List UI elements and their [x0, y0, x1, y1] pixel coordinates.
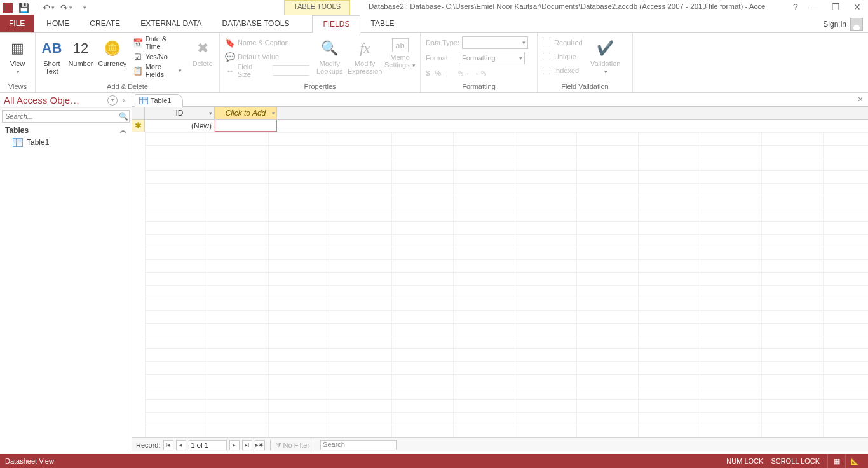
date-time-button[interactable]: 📅Date & Time	[132, 36, 184, 50]
number-icon: 12	[71, 38, 91, 59]
nav-header[interactable]: All Access Obje…	[4, 95, 79, 106]
collapse-icon[interactable]: ︽	[120, 126, 126, 135]
column-dropdown-icon[interactable]: ▾	[209, 110, 212, 116]
table-icon	[13, 138, 23, 147]
column-header-id[interactable]: ID ▾	[145, 107, 215, 119]
help-icon[interactable]: ?	[788, 0, 803, 14]
short-text-button[interactable]: AB ShortText	[39, 36, 64, 75]
validation-label: Validation	[590, 60, 621, 67]
status-numlock: NUM LOCK	[726, 457, 763, 465]
tag-icon: 🔖	[225, 38, 235, 48]
restore-icon[interactable]: ❐	[825, 0, 846, 14]
record-last-icon[interactable]: ▸I	[242, 440, 252, 450]
view-button[interactable]: ▦ View▾	[4, 36, 31, 76]
nav-group-label: Tables	[5, 126, 29, 135]
group-views: Views	[4, 81, 31, 92]
qat-redo-icon[interactable]: ↷▾	[59, 1, 73, 15]
checkbox-icon	[543, 67, 550, 74]
increase-decimals-icon: ⁰₀→	[458, 70, 470, 77]
group-properties: Properties	[224, 81, 416, 92]
default-value-button: 💬Default Value	[224, 50, 311, 64]
window-title: Database2 : Database- C:\Users\Emiel Noo…	[369, 3, 766, 10]
tab-table[interactable]: TABLE	[360, 15, 404, 32]
cell-id-new[interactable]: (New)	[145, 120, 215, 132]
tab-fields[interactable]: FIELDS	[312, 15, 360, 33]
modify-expression-label: ModifyExpression	[348, 60, 382, 75]
tab-file[interactable]: FILE	[0, 15, 34, 32]
record-next-icon[interactable]: ▸	[229, 440, 240, 450]
qat-save-icon[interactable]: 💾	[17, 1, 31, 15]
tab-database-tools[interactable]: DATABASE TOOLS	[212, 15, 300, 32]
modify-expression-button: fx ModifyExpression	[348, 36, 381, 75]
contextual-tab-label: TABLE TOOLS	[284, 0, 350, 15]
required-checkbox: Required	[541, 36, 584, 50]
column-id-label: ID	[176, 109, 184, 118]
column-header-click-to-add[interactable]: Click to Add ▾	[215, 107, 277, 119]
calendar-icon: 📅	[133, 38, 143, 48]
default-value-icon: 💬	[225, 52, 235, 62]
minimize-icon[interactable]: ―	[803, 0, 825, 14]
close-icon[interactable]: ✕	[846, 0, 868, 14]
format-row: Format: Formatting	[424, 51, 533, 65]
unique-label: Unique	[554, 53, 576, 60]
select-all-corner[interactable]	[132, 107, 145, 119]
nav-group-tables[interactable]: Tables ︽	[0, 125, 132, 136]
unique-checkbox: Unique	[541, 50, 584, 64]
nav-search-input[interactable]	[3, 113, 118, 120]
table-icon	[139, 97, 148, 104]
more-fields-icon: 📋	[133, 65, 143, 76]
click-to-add-label: Click to Add	[226, 109, 266, 118]
view-design-icon[interactable]: 📐	[845, 454, 863, 468]
record-position-input[interactable]	[189, 440, 227, 450]
tab-home[interactable]: HOME	[36, 15, 79, 32]
document-tab-table1[interactable]: Table1	[135, 94, 183, 107]
qat-undo-icon[interactable]: ↶▾	[41, 1, 55, 15]
qat-customize-icon[interactable]: ▾	[77, 1, 91, 15]
document-close-icon[interactable]: ×	[855, 94, 865, 104]
field-size-label: Field Size	[238, 63, 268, 78]
record-label: Record:	[136, 441, 161, 449]
record-prev-icon[interactable]: ◂	[176, 440, 186, 450]
validation-button: ✔️ Validation▾	[587, 36, 625, 76]
delete-label: Delete	[193, 60, 213, 67]
column-dropdown-icon[interactable]: ▾	[271, 110, 275, 116]
group-add-delete: Add & Delete	[39, 81, 215, 92]
yes-no-button[interactable]: ☑Yes/No	[132, 50, 184, 64]
delete-icon: ✖	[193, 38, 213, 59]
format-combo: Formatting	[459, 52, 525, 64]
row-selector-new[interactable]: ✱	[132, 120, 145, 132]
cell-active-new[interactable]	[215, 120, 277, 132]
sign-in-link[interactable]: Sign in	[823, 20, 846, 29]
data-type-row: Data Type:	[424, 36, 533, 50]
lookup-icon: 🔍	[320, 38, 340, 59]
record-new-icon[interactable]: ▸✱	[255, 440, 265, 450]
percent-format-icon: %	[435, 69, 441, 77]
name-caption-button: 🔖Name & Caption	[224, 36, 311, 50]
nav-shutter-icon[interactable]: «	[120, 97, 128, 104]
status-scrolllock: SCROLL LOCK	[771, 457, 820, 465]
search-icon[interactable]: 🔍	[118, 112, 129, 121]
view-datasheet-icon[interactable]: ▦	[827, 454, 845, 468]
indexed-label: Indexed	[554, 67, 579, 74]
nav-search[interactable]: 🔍	[2, 110, 130, 123]
qat-sep	[36, 3, 36, 13]
record-first-icon[interactable]: I◂	[163, 440, 173, 450]
field-size-icon: ↔	[225, 65, 235, 76]
number-button[interactable]: 12 Number	[67, 36, 95, 67]
indexed-checkbox: Indexed	[541, 64, 584, 78]
group-field-validation: Field Validation	[541, 81, 628, 92]
short-text-label: ShortText	[43, 60, 60, 75]
user-avatar-icon[interactable]	[850, 18, 863, 31]
tab-external-data[interactable]: EXTERNAL DATA	[130, 15, 212, 32]
currency-button[interactable]: 🪙 Currency	[97, 36, 128, 67]
currency-label: Currency	[98, 60, 127, 67]
nav-filter-icon[interactable]: ▾	[107, 95, 118, 106]
record-search-input[interactable]: Search	[320, 440, 397, 450]
nav-item-table1[interactable]: Table1	[0, 136, 132, 149]
more-fields-button[interactable]: 📋More Fields▾	[132, 64, 184, 78]
modify-lookups-label: ModifyLookups	[316, 60, 343, 75]
field-size-row: ↔Field Size	[224, 64, 311, 78]
tab-create[interactable]: CREATE	[79, 15, 130, 32]
memo-icon: ab	[392, 38, 409, 52]
fx-icon: fx	[355, 38, 375, 59]
